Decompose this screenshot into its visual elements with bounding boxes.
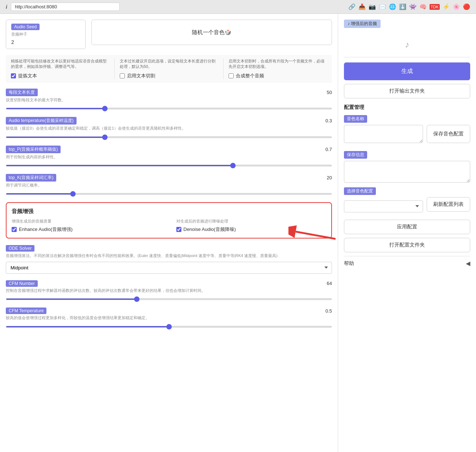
alien-icon[interactable]: 👾	[409, 3, 416, 10]
slider-section-3: top_K(音频采样词汇率) 20 用于调节词汇概率。	[6, 174, 332, 196]
bolt-icon[interactable]: ⚡	[443, 3, 450, 10]
slider-value-0: 50	[327, 90, 332, 95]
cfm-temperature-slider[interactable]	[6, 326, 332, 327]
cfm-number-slider[interactable]	[6, 298, 332, 300]
synth-audio-checkbox[interactable]: 合成整个音频	[229, 73, 327, 79]
audio-seed-title: Audio Seed	[11, 24, 40, 30]
refine-text-label: 提炼文本	[18, 73, 37, 79]
slider-title-2: top_P(音频采样概率阈值)	[6, 146, 61, 153]
slider-input-2[interactable]	[6, 165, 332, 166]
brain-icon[interactable]: 🧠	[419, 3, 427, 10]
option-desc-2: 启用文本切割时，合成所有片段为一个音频文件，必须先开启文本切割选项。	[229, 58, 327, 70]
option-col-0: 精炼处理可能包括修改文本以更好地适应语音合成模型的需求，例如添加停顿、调整语气等…	[6, 58, 115, 79]
slider-title-3: top_K(音频采样词汇率)	[6, 174, 56, 182]
timbre-name-label: 音色名称	[344, 115, 367, 123]
ode-solver-section: ODE Solver 音频增强算法。不同的算法在解决音频增强任务时会有不同的性能…	[6, 245, 332, 273]
cfm-temperature-value: 0.5	[325, 308, 332, 314]
slider-value-3: 20	[327, 175, 332, 180]
audio-enhance-title: 音频增强	[12, 208, 326, 215]
save-info-textarea[interactable]	[344, 161, 470, 183]
open-config-folder-button[interactable]: 打开配置文件夹	[344, 238, 470, 252]
divider-1	[344, 57, 470, 57]
denoise-audio-input[interactable]	[176, 227, 181, 232]
denoise-audio-label: Denoise Audio(音频降噪)	[184, 226, 236, 233]
inbox-icon[interactable]: 📥	[358, 3, 366, 10]
ode-solver-desc: 音频增强算法。不同的算法在解决音频增强任务时会有不同的性能和效果。(Euler …	[6, 253, 332, 258]
slider-section-0: 每段文本长度 50 设置切割每段文本的最大字符数。	[6, 89, 332, 110]
music-note-area: ♪	[344, 32, 470, 57]
puzzle-icon[interactable]: 🔴	[463, 3, 470, 10]
random-timbre-text: 随机一个音色🎲	[192, 29, 231, 36]
timbre-config-select[interactable]	[344, 200, 423, 212]
select-timbre-label: 选择音色配置	[344, 187, 376, 195]
denoise-audio-checkbox[interactable]: Denoise Audio(音频降噪)	[176, 226, 327, 233]
option-col-1: 文本过长建议开启此选项，设定每段文本长度进行分割处理，默认为50。 启用文本切割	[115, 58, 223, 79]
cfm-number-desc: 控制在音频增强过程中求解器对函数的评估次数。较高的评估次数通常会带来更好的结果，…	[6, 288, 332, 293]
slider-title-0: 每段文本长度	[6, 89, 38, 96]
info-icon: i	[6, 4, 7, 10]
browser-bar: i http://localhost:8080 🔗 📥 📷 ✉️ 🌐 ⬇️ 👾 …	[0, 0, 476, 14]
slider-input-0[interactable]	[6, 108, 332, 109]
text-split-label: 启用文本切割	[127, 73, 155, 79]
cfm-number-section: CFM Number 64 控制在音频增强过程中求解器对函数的评估次数。较高的评…	[6, 280, 332, 301]
url-bar[interactable]: http://localhost:8080	[11, 3, 120, 11]
browser-toolbar: 🔗 📥 📷 ✉️ 🌐 ⬇️ 👾 🧠 TDK ⚡ 🌸 🔴	[348, 3, 470, 10]
option-desc-1: 文本过长建议开启此选项，设定每段文本长度进行分割处理，默认为50。	[120, 58, 218, 70]
enhance-audio-checkbox[interactable]: Enhance Audio(音频增强)	[12, 226, 162, 233]
ode-solver-select[interactable]: Euler Midpoint RK4	[6, 262, 332, 274]
slider-desc-3: 用于调节词汇概率。	[6, 183, 332, 188]
help-collapse-icon[interactable]: ◀	[466, 260, 470, 267]
cfm-number-value: 64	[327, 281, 332, 286]
camera-icon[interactable]: 📷	[369, 3, 376, 10]
refine-text-input[interactable]	[11, 73, 16, 78]
top-row: Audio Seed 音频种子 2 随机一个音色🎲	[6, 20, 332, 49]
globe-icon[interactable]: 🌐	[389, 3, 396, 10]
apply-config-button[interactable]: 应用配置	[344, 220, 470, 234]
link-icon[interactable]: 🔗	[348, 3, 356, 10]
left-panel: Audio Seed 音频种子 2 随机一个音色🎲 精炼处理可能包括修改文本以更…	[0, 14, 338, 452]
help-row: 帮助 ◀	[344, 256, 470, 267]
select-timbre-row: 刷新配置列表	[344, 197, 470, 215]
slider-value-2: 0.7	[325, 147, 332, 152]
options-row: 精炼处理可能包括修改文本以更好地适应语音合成模型的需求，例如添加停顿、调整语气等…	[6, 55, 332, 83]
enhance-audio-input[interactable]	[12, 227, 17, 232]
option-desc-0: 精炼处理可能包括修改文本以更好地适应语音合成模型的需求，例如添加停顿、调整语气等…	[11, 58, 109, 70]
synth-audio-input[interactable]	[229, 73, 234, 78]
timbre-name-textarea[interactable]	[344, 125, 423, 143]
cfm-temperature-title: CFM Temperature	[6, 308, 46, 314]
slider-value-1: 0.3	[325, 118, 332, 123]
slider-title-1: Audio temperature(音频采样温度)	[6, 117, 77, 125]
enhance-col-1: 对生成后的音频进行降噪处理 Denoise Audio(音频降噪)	[176, 219, 327, 233]
enhance-col-0: 增强生成后的音频质量 Enhance Audio(音频增强)	[12, 219, 162, 233]
slider-input-1[interactable]	[6, 137, 332, 138]
help-label: 帮助	[344, 260, 354, 267]
flower-icon[interactable]: 🌸	[453, 3, 460, 10]
synth-audio-label: 合成整个音频	[236, 73, 264, 79]
option-col-2: 启用文本切割时，合成所有片段为一个音频文件，必须先开启文本切割选项。 合成整个音…	[223, 58, 332, 79]
refresh-config-button[interactable]: 刷新配置列表	[427, 197, 470, 212]
generate-button[interactable]: 生成	[344, 62, 470, 80]
save-info-label: 保存信息	[344, 151, 367, 159]
right-panel: ♪ 增强后的音频 ♪ 生成 打开输出文件夹 配置管理 音色名称 保存音色配置 保…	[338, 14, 476, 452]
slider-input-3[interactable]	[6, 193, 332, 195]
open-output-folder-button[interactable]: 打开输出文件夹	[344, 84, 470, 98]
random-timbre-box[interactable]: 随机一个音色🎲	[91, 20, 332, 45]
slider-desc-0: 设置切割每段文本的最大字符数。	[6, 97, 332, 103]
enhance-desc-1: 对生成后的音频进行降噪处理	[176, 219, 327, 224]
enhance-options-row: 增强生成后的音频质量 Enhance Audio(音频增强) 对生成后的音频进行…	[12, 219, 326, 233]
enhance-desc-0: 增强生成后的音频质量	[12, 219, 162, 224]
cfm-number-title: CFM Number	[6, 280, 38, 287]
cfm-temperature-desc: 较高的值会使增强过程更加多样化，而较低的温度会使增强结果更加稳定和确定。	[6, 315, 332, 321]
refine-text-checkbox[interactable]: 提炼文本	[11, 73, 109, 79]
download-icon[interactable]: ⬇️	[399, 3, 406, 10]
tdk-icon[interactable]: TDK	[430, 4, 440, 10]
mail-icon[interactable]: ✉️	[379, 3, 386, 10]
save-timbre-button[interactable]: 保存音色配置	[427, 125, 470, 143]
text-split-checkbox[interactable]: 启用文本切割	[120, 73, 218, 79]
slider-desc-1: 较低值（接近0）会使生成的语音更确定和稳定，调高（接近1）会使生成的语音更具随机…	[6, 126, 332, 131]
ode-solver-title: ODE Solver	[6, 245, 34, 252]
cfm-temperature-section: CFM Temperature 0.5 较高的值会使增强过程更加多样化，而较低的…	[6, 308, 332, 328]
audio-enhance-box: 音频增强 增强生成后的音频质量 Enhance Audio(音频增强) 对生成后…	[6, 202, 332, 239]
text-split-input[interactable]	[120, 73, 125, 78]
slider-desc-2: 用于控制生成内容的多样性。	[6, 154, 332, 160]
